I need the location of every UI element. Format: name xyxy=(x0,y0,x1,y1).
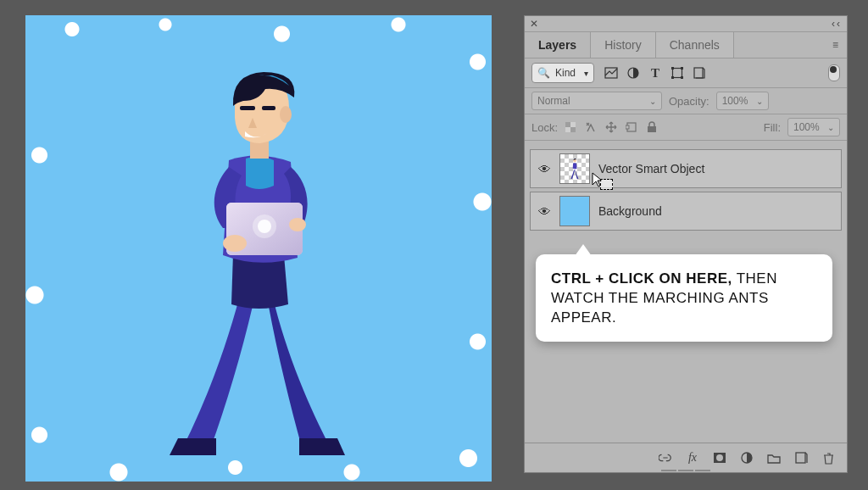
fill-input[interactable]: 100% ⌄ xyxy=(787,118,840,136)
lock-label: Lock: xyxy=(531,121,558,134)
svg-rect-13 xyxy=(671,67,674,70)
svg-rect-19 xyxy=(565,122,570,127)
visibility-toggle-icon[interactable]: 👁 xyxy=(537,162,551,176)
svg-rect-23 xyxy=(648,126,656,132)
opacity-input[interactable]: 100% ⌄ xyxy=(716,92,769,110)
opacity-value: 100% xyxy=(722,95,748,107)
panel-close-icon[interactable]: ✕ xyxy=(530,18,538,30)
layer-thumbnail[interactable] xyxy=(559,196,590,226)
svg-rect-14 xyxy=(681,67,683,70)
lock-position-icon[interactable] xyxy=(605,121,617,133)
lock-image-icon[interactable] xyxy=(585,121,597,133)
layer-name: Vector Smart Object xyxy=(598,162,704,175)
illustration-character xyxy=(131,58,386,457)
filter-type-icons: T xyxy=(604,66,706,80)
link-layers-icon[interactable] xyxy=(659,451,672,465)
blend-mode-value: Normal xyxy=(537,95,570,107)
chevron-down-icon: ⌄ xyxy=(756,97,763,106)
panel-tabs: Layers History Channels ≡ xyxy=(525,32,847,58)
tab-channels[interactable]: Channels xyxy=(656,32,734,58)
filter-type-icon[interactable]: T xyxy=(648,66,662,80)
svg-rect-15 xyxy=(671,76,674,79)
layers-list: 👁 Vector Smart Object 👁 xyxy=(525,141,847,239)
layer-name: Background xyxy=(598,204,662,218)
tooltip-bold: CTRL + CLICK ON HERE, xyxy=(551,270,732,287)
svg-rect-22 xyxy=(626,125,629,129)
layer-filter-row: 🔍 Kind ▾ T xyxy=(525,58,847,88)
blend-mode-select[interactable]: Normal ⌄ xyxy=(531,92,662,110)
lock-transparent-icon[interactable] xyxy=(565,121,576,133)
filter-kind-select[interactable]: 🔍 Kind ▾ xyxy=(531,63,594,83)
chevron-down-icon: ▾ xyxy=(584,69,588,78)
svg-rect-9 xyxy=(262,106,275,110)
panel-resize-grip[interactable] xyxy=(659,469,713,472)
document-canvas[interactable] xyxy=(25,15,492,482)
layer-effects-icon[interactable]: fx xyxy=(686,451,699,465)
blend-mode-row: Normal ⌄ Opacity: 100% ⌄ xyxy=(525,88,847,114)
svg-point-26 xyxy=(716,454,723,461)
layer-row[interactable]: 👁 Background xyxy=(530,192,842,231)
adjustment-layer-icon[interactable] xyxy=(740,451,754,465)
add-mask-icon[interactable] xyxy=(713,451,726,465)
panel-menu-icon[interactable]: ≡ xyxy=(824,32,847,58)
svg-point-5 xyxy=(289,218,306,231)
filter-kind-label: Kind xyxy=(555,67,576,79)
filter-smartobject-icon[interactable] xyxy=(693,66,706,80)
lock-all-icon[interactable] xyxy=(646,121,658,133)
filter-shape-icon[interactable] xyxy=(670,66,684,80)
svg-point-3 xyxy=(253,214,276,238)
panel-collapse-icon[interactable]: ‹‹ xyxy=(832,18,842,30)
fill-label: Fill: xyxy=(764,121,781,134)
svg-rect-16 xyxy=(681,76,683,79)
chevron-down-icon: ⌄ xyxy=(649,97,656,106)
search-icon: 🔍 xyxy=(537,67,550,79)
lock-row: Lock: Fill: 100% ⌄ xyxy=(525,114,847,141)
tab-layers[interactable]: Layers xyxy=(525,32,591,58)
svg-point-4 xyxy=(223,235,247,252)
visibility-toggle-icon[interactable]: 👁 xyxy=(537,204,551,219)
chevron-down-icon: ⌄ xyxy=(827,123,834,132)
delete-layer-icon[interactable] xyxy=(821,451,835,465)
filter-pixel-icon[interactable] xyxy=(604,66,618,80)
tab-history[interactable]: History xyxy=(591,32,656,58)
filter-toggle[interactable] xyxy=(828,64,840,81)
opacity-label: Opacity: xyxy=(669,95,709,108)
layers-panel: ✕ ‹‹ Layers History Channels ≡ 🔍 Kind ▾ … xyxy=(524,15,848,473)
svg-rect-12 xyxy=(673,69,682,78)
layer-row[interactable]: 👁 Vector Smart Object xyxy=(530,149,842,188)
svg-rect-8 xyxy=(240,106,255,110)
svg-rect-17 xyxy=(694,68,703,78)
filter-adjustment-icon[interactable] xyxy=(626,66,640,80)
panel-titlebar: ✕ ‹‹ xyxy=(525,16,847,32)
svg-rect-20 xyxy=(570,127,576,132)
tooltip-text: CTRL + CLICK ON HERE, THEN WATCH THE MAR… xyxy=(551,270,817,328)
lock-artboard-icon[interactable] xyxy=(626,121,637,133)
svg-rect-28 xyxy=(796,453,805,463)
new-layer-icon[interactable] xyxy=(794,451,808,465)
layer-thumbnail[interactable] xyxy=(559,153,590,184)
fill-value: 100% xyxy=(793,121,820,133)
panel-footer: fx xyxy=(525,443,847,472)
instruction-tooltip: CTRL + CLICK ON HERE, THEN WATCH THE MAR… xyxy=(536,254,832,342)
new-group-icon[interactable] xyxy=(767,451,781,465)
svg-point-7 xyxy=(280,106,292,123)
